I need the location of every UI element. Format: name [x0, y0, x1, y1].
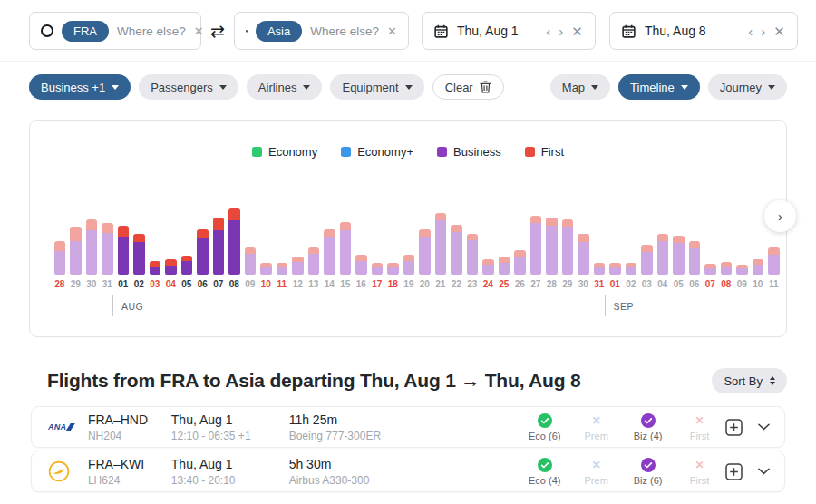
bar-sep-03[interactable] [639, 245, 656, 275]
bar-sep-08[interactable] [718, 262, 734, 275]
origin-placeholder[interactable]: Where else? [117, 24, 186, 38]
sort-by-button[interactable]: Sort By [712, 368, 787, 393]
depart-clear-icon[interactable]: ✕ [571, 24, 583, 38]
bar-aug-29[interactable] [559, 219, 576, 275]
bar-sep-04[interactable] [655, 234, 671, 275]
view-timeline-button[interactable]: Timeline [618, 74, 700, 100]
destination-placeholder[interactable]: Where else? [310, 24, 379, 38]
origin-chip[interactable]: FRA [62, 21, 109, 42]
bar-aug-08[interactable] [227, 208, 243, 275]
bar-aug-04[interactable] [163, 259, 180, 275]
bar-aug-19[interactable] [401, 255, 417, 275]
chevron-down-icon [303, 85, 310, 90]
bar-aug-18[interactable] [385, 263, 402, 275]
bar-sep-07[interactable] [703, 264, 719, 275]
return-clear-icon[interactable]: ✕ [773, 24, 785, 38]
bar-aug-11[interactable] [274, 263, 290, 275]
bar-sep-06[interactable] [686, 241, 703, 275]
bar-aug-16[interactable] [354, 255, 370, 275]
bar-aug-31[interactable] [591, 263, 607, 275]
add-to-compare-button[interactable] [725, 463, 743, 480]
return-next-icon[interactable]: › [761, 24, 765, 38]
bar-jul-29[interactable] [68, 227, 84, 275]
bar-aug-12[interactable] [290, 257, 306, 275]
expand-row-button[interactable] [758, 468, 770, 475]
destination-clear-icon[interactable]: ✕ [387, 24, 397, 38]
next-period-button[interactable]: › [764, 200, 796, 232]
add-to-compare-button[interactable] [725, 419, 743, 436]
bar-aug-13[interactable] [306, 247, 322, 275]
flight-row-lh624[interactable]: FRA–KWI LH624 Thu, Aug 1 13:40 - 20:10 5… [31, 451, 785, 492]
bar-aug-15[interactable] [337, 222, 354, 275]
bar-aug-07[interactable] [210, 218, 227, 275]
legend-business[interactable]: Business [437, 145, 501, 159]
day-label-aug-27: 27 [528, 279, 544, 289]
legend-economy[interactable]: Economy [252, 145, 317, 159]
destination-chip[interactable]: Asia [256, 21, 302, 42]
bar-aug-27[interactable] [528, 216, 544, 275]
clear-filters-button[interactable]: Clear [432, 74, 504, 100]
passengers-filter-button[interactable]: Passengers [139, 74, 238, 100]
bar-aug-14[interactable] [322, 229, 338, 275]
bar-sep-10[interactable] [750, 259, 766, 275]
heading-dates: Thu, Aug 1 → Thu, Aug 8 [360, 370, 580, 391]
bar-sep-09[interactable] [734, 265, 751, 275]
duration: 11h 25m [289, 412, 520, 427]
legend-economy-plus[interactable]: Economy+ [341, 145, 413, 159]
bar-sep-05[interactable] [671, 236, 687, 275]
return-prev-icon[interactable]: ‹ [748, 24, 753, 38]
bars [30, 191, 786, 275]
cabin-first-label: First [690, 475, 709, 486]
legend-first[interactable]: First [525, 145, 564, 159]
day-label-aug-23: 23 [464, 279, 481, 289]
chevron-down-icon [768, 85, 775, 90]
cabin-filter-button[interactable]: Business +1 [29, 74, 131, 100]
bar-sep-01[interactable] [607, 263, 624, 275]
airline-logo-cell: ANA [48, 422, 88, 431]
origin-clear-icon[interactable]: ✕ [194, 24, 204, 38]
bar-aug-30[interactable] [576, 234, 592, 275]
bar-aug-10[interactable] [258, 263, 275, 275]
bar-aug-25[interactable] [496, 257, 512, 275]
day-label-sep-05: 05 [671, 279, 687, 289]
depart-date-picker[interactable]: Thu, Aug 1 ‹ › ✕ [422, 12, 596, 50]
chevron-down-icon [405, 85, 413, 90]
airlines-filter-button[interactable]: Airlines [247, 74, 323, 100]
expand-row-button[interactable] [758, 423, 770, 431]
view-journey-button[interactable]: Journey [708, 74, 787, 100]
day-label-sep-04: 04 [655, 279, 671, 289]
origin-input[interactable]: FRA Where else? ✕ [29, 12, 201, 50]
bar-aug-01[interactable] [115, 226, 131, 275]
bar-aug-26[interactable] [512, 250, 529, 275]
search-bar: FRA Where else? ✕ ⇄ Asia Where else? ✕ T… [0, 0, 816, 62]
equipment-filter-button[interactable]: Equipment [330, 74, 423, 100]
bar-sep-02[interactable] [623, 263, 639, 275]
destination-input[interactable]: Asia Where else? ✕ [234, 12, 409, 50]
bar-jul-30[interactable] [83, 219, 100, 275]
view-map-button[interactable]: Map [550, 74, 610, 100]
bar-jul-28[interactable] [52, 241, 68, 275]
bar-aug-02[interactable] [131, 234, 148, 275]
chevron-down-icon [758, 423, 770, 431]
bar-aug-06[interactable] [195, 229, 211, 275]
return-date-picker[interactable]: Thu, Aug 8 ‹ › ✕ [609, 12, 798, 50]
depart-prev-icon[interactable]: ‹ [546, 24, 550, 38]
depart-next-icon[interactable]: › [559, 24, 563, 38]
bar-aug-28[interactable] [544, 218, 560, 275]
flight-row-nh204[interactable]: ANA FRA–HND NH204 Thu, Aug 1 12:10 - 06:… [31, 406, 785, 448]
bar-aug-03[interactable] [147, 261, 163, 275]
bar-aug-20[interactable] [417, 229, 433, 275]
swap-icon[interactable]: ⇄ [210, 21, 225, 42]
bar-jul-31[interactable] [100, 223, 116, 275]
cabin-prem-label: Prem [585, 431, 608, 441]
bar-aug-09[interactable] [242, 247, 258, 275]
bar-aug-05[interactable] [179, 256, 195, 275]
bar-aug-21[interactable] [432, 213, 449, 275]
bar-aug-22[interactable] [449, 225, 465, 275]
bar-aug-23[interactable] [464, 234, 481, 275]
bar-aug-24[interactable] [481, 259, 497, 275]
day-label-aug-03: 03 [147, 279, 163, 289]
chevron-down-icon [758, 468, 770, 475]
bar-sep-11[interactable] [766, 247, 782, 275]
bar-aug-17[interactable] [369, 263, 385, 275]
